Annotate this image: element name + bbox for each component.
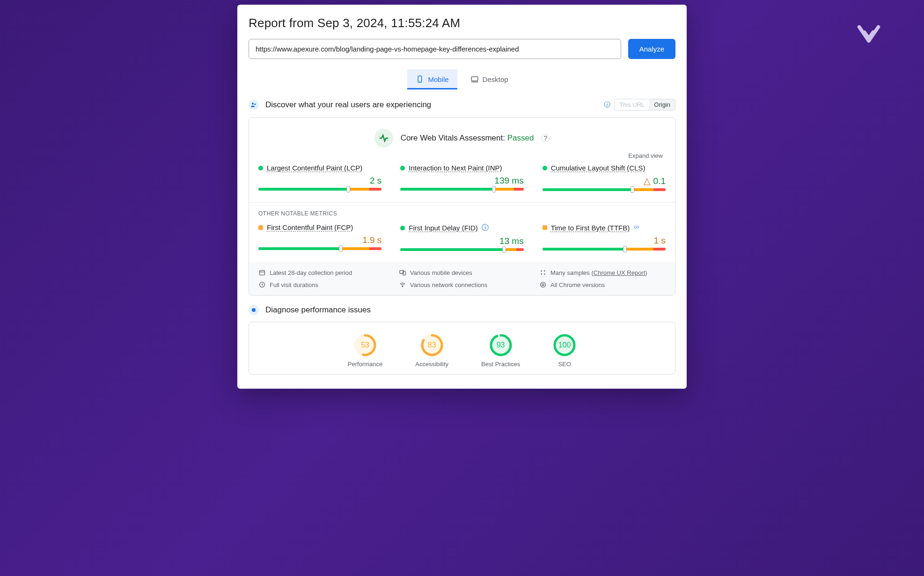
calendar-icon <box>258 269 266 276</box>
svg-point-10 <box>541 270 542 272</box>
metric-fid: First Input Delay (FID) ⓘ 13 ms <box>400 223 523 251</box>
metric-fid-link[interactable]: First Input Delay (FID) <box>409 224 478 232</box>
info-icon[interactable]: ⓘ <box>604 101 610 109</box>
report-card: Report from Sep 3, 2024, 11:55:24 AM Ana… <box>237 5 687 389</box>
svg-point-18 <box>252 308 256 312</box>
metric-cls: Cumulative Layout Shift (CLS) △ 0.1 <box>543 164 666 191</box>
samples-icon <box>539 269 547 276</box>
metric-fcp-value: 1.9 s <box>258 235 381 245</box>
desktop-icon <box>470 75 479 83</box>
device-tabs: Mobile Desktop <box>237 69 687 89</box>
analyze-button[interactable]: Analyze <box>628 39 675 59</box>
crux-report-link[interactable]: Chrome UX Report <box>594 269 645 276</box>
url-origin-toggle: This URL Origin <box>614 99 675 111</box>
metric-ttfb-bar <box>543 248 666 251</box>
cwv-label: Core Web Vitals Assessment: Passed <box>401 133 534 143</box>
gauge-accessibility[interactable]: 83 Accessibility <box>415 333 448 368</box>
toggle-this-url: This URL <box>615 99 649 110</box>
expand-view-link[interactable]: Expand view <box>258 150 666 164</box>
svg-rect-6 <box>260 270 265 275</box>
svg-point-16 <box>541 282 546 288</box>
footnotes: Latest 28-day collection period Various … <box>249 262 675 295</box>
diagnose-panel: 53 Performance 83 Accessibility 93 Best … <box>249 322 675 375</box>
svg-point-15 <box>402 286 403 287</box>
other-metrics-heading: OTHER NOTABLE METRICS <box>258 210 666 217</box>
svg-point-5 <box>254 103 256 105</box>
metric-cls-marker <box>631 186 634 193</box>
metric-lcp-marker <box>346 186 350 192</box>
tab-desktop[interactable]: Desktop <box>462 69 517 89</box>
cwv-panel: Core Web Vitals Assessment: Passed ? Exp… <box>249 117 675 295</box>
gauge-best practices[interactable]: 93 Best Practices <box>481 333 520 368</box>
pulse-icon <box>374 129 393 148</box>
metric-ttfb: Time to First Byte (TTFB) ♾ 1 s <box>543 223 666 251</box>
gauge-seo[interactable]: 100 SEO <box>553 333 576 368</box>
gauge-performance[interactable]: 53 Performance <box>348 333 382 368</box>
chrome-icon <box>539 281 547 288</box>
tab-desktop-label: Desktop <box>483 75 508 83</box>
users-icon <box>249 100 259 110</box>
metric-ttfb-link[interactable]: Time to First Byte (TTFB) <box>551 224 630 232</box>
metric-fid-value: 13 ms <box>400 236 523 246</box>
metric-cls-link[interactable]: Cumulative Layout Shift (CLS) <box>551 164 645 172</box>
clock-icon <box>258 281 266 288</box>
metric-cls-bar <box>543 188 666 191</box>
tab-mobile[interactable]: Mobile <box>407 69 457 89</box>
svg-point-13 <box>544 273 545 275</box>
tab-mobile-label: Mobile <box>428 75 448 83</box>
metric-fcp: First Contentful Paint (FCP) 1.9 s <box>258 223 381 251</box>
toggle-origin[interactable]: Origin <box>649 99 675 110</box>
metric-cls-value: △ 0.1 <box>543 176 666 186</box>
devices-icon <box>399 269 406 276</box>
fid-info-icon[interactable]: ⓘ <box>482 223 489 232</box>
metric-lcp-value: 2 s <box>258 176 381 186</box>
metric-lcp-bar <box>258 188 381 191</box>
flask-icon: ♾ <box>633 223 639 232</box>
svg-point-12 <box>541 273 542 275</box>
svg-point-11 <box>544 270 545 272</box>
metric-fid-marker <box>502 246 506 253</box>
metric-ttfb-value: 1 s <box>543 236 666 246</box>
metric-fcp-bar <box>258 247 381 250</box>
diagnose-icon <box>249 305 259 315</box>
svg-rect-2 <box>471 77 478 81</box>
metric-inp-value: 139 ms <box>400 176 523 186</box>
brand-logo-icon <box>856 23 882 50</box>
page-title: Report from Sep 3, 2024, 11:55:24 AM <box>249 16 675 30</box>
metric-ttfb-marker <box>623 246 627 252</box>
mobile-icon <box>416 75 424 83</box>
cwv-status: Passed <box>507 133 534 142</box>
metric-fid-bar <box>400 248 523 251</box>
help-icon[interactable]: ? <box>541 134 550 142</box>
metric-lcp: Largest Contentful Paint (LCP) 2 s <box>258 164 381 191</box>
metric-inp-link[interactable]: Interaction to Next Paint (INP) <box>409 164 502 172</box>
metric-fcp-marker <box>339 245 343 252</box>
metric-inp-bar <box>400 188 523 191</box>
metric-inp: Interaction to Next Paint (INP) 139 ms <box>400 164 523 191</box>
diagnose-heading: Diagnose performance issues <box>265 305 371 315</box>
metric-fcp-link[interactable]: First Contentful Paint (FCP) <box>267 223 353 231</box>
metric-inp-marker <box>492 186 496 192</box>
svg-point-4 <box>252 103 254 104</box>
url-input[interactable] <box>249 39 621 59</box>
metric-lcp-link[interactable]: Largest Contentful Paint (LCP) <box>267 164 362 172</box>
svg-point-17 <box>542 284 544 286</box>
discover-heading: Discover what your real users are experi… <box>265 100 431 110</box>
wifi-icon <box>399 281 406 288</box>
